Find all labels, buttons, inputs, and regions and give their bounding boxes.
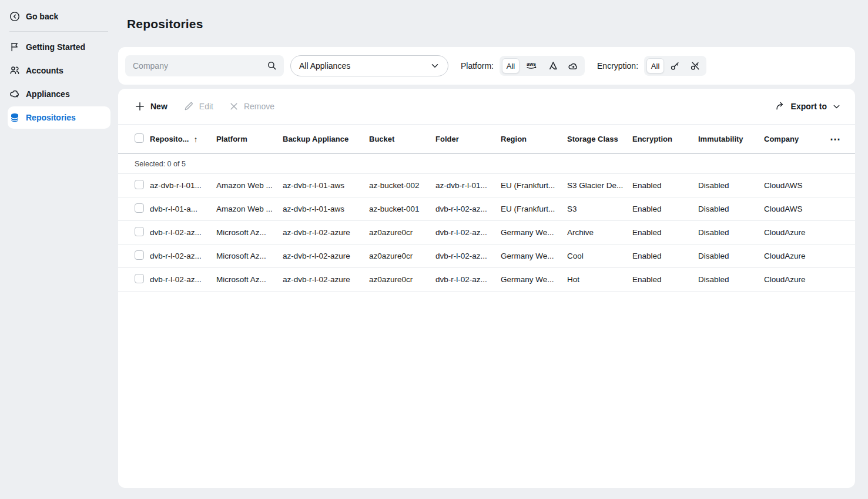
go-back-button[interactable]: Go back xyxy=(0,5,118,28)
column-header-platform[interactable]: Platform xyxy=(216,135,283,143)
cell-storage-class: Hot xyxy=(567,275,632,284)
cell-storage-class: Archive xyxy=(567,228,632,237)
sidebar-item-accounts[interactable]: Accounts xyxy=(0,59,118,82)
cell-platform: Amazon Web ... xyxy=(216,181,283,190)
cell-region: Germany We... xyxy=(501,228,567,237)
export-to-button[interactable]: Export to xyxy=(775,101,841,112)
cell-repository: dvb-r-l-01-a... xyxy=(150,205,216,213)
google-cloud-icon xyxy=(568,61,579,71)
cell-company: CloudAWS xyxy=(764,181,822,190)
aws-icon: aws xyxy=(525,61,538,71)
column-header-backup-appliance[interactable]: Backup Appliance xyxy=(283,135,369,143)
sidebar-item-label: Repositories xyxy=(26,113,76,122)
table-row[interactable]: dvb-r-l-02-az... Microsoft Az... az-dvb-… xyxy=(118,268,855,292)
encryption-option-all[interactable]: All xyxy=(646,58,664,73)
cell-bucket: az-bucket-002 xyxy=(369,181,435,190)
cell-platform: Amazon Web ... xyxy=(216,205,283,213)
remove-button[interactable]: Remove xyxy=(229,102,274,111)
cell-immutability: Disabled xyxy=(698,205,764,213)
cell-folder: dvb-r-l-02-az... xyxy=(435,205,501,213)
cell-company: CloudAWS xyxy=(764,205,822,213)
sidebar-item-repositories[interactable]: Repositories xyxy=(0,106,118,129)
sidebar-item-appliances[interactable]: Appliances xyxy=(0,82,118,106)
cell-immutability: Disabled xyxy=(698,275,764,284)
azure-icon xyxy=(548,61,558,71)
plus-icon xyxy=(135,101,145,112)
go-back-icon xyxy=(9,11,20,22)
more-columns-icon[interactable]: ⋯ xyxy=(830,133,841,146)
cell-company: CloudAzure xyxy=(764,252,822,260)
close-icon xyxy=(229,102,239,111)
table-row[interactable]: dvb-r-l-02-az... Microsoft Az... az-dvb-… xyxy=(118,245,855,268)
sidebar-item-getting-started[interactable]: Getting Started xyxy=(0,35,118,59)
cell-backup-appliance: az-dvb-r-l-02-azure xyxy=(283,275,369,284)
cell-backup-appliance: az-dvb-r-l-02-azure xyxy=(283,252,369,260)
cell-folder: dvb-r-l-02-az... xyxy=(435,275,501,284)
row-checkbox[interactable] xyxy=(135,180,144,189)
table-row[interactable]: dvb-r-l-01-a... Amazon Web ... az-dvb-r-… xyxy=(118,197,855,221)
key-icon xyxy=(670,61,681,71)
cell-immutability: Disabled xyxy=(698,252,764,260)
row-checkbox[interactable] xyxy=(135,274,144,283)
cell-repository: dvb-r-l-02-az... xyxy=(150,228,216,237)
main-content: Repositories All Appliances Platform: Al… xyxy=(118,0,868,499)
sidebar-item-label: Accounts xyxy=(26,66,63,75)
platform-segment: All aws xyxy=(500,56,585,76)
toolbar: New Edit Remove Export to xyxy=(118,89,855,125)
platform-option-azure[interactable] xyxy=(544,58,562,73)
go-back-label: Go back xyxy=(26,12,58,21)
chevron-down-icon xyxy=(832,102,841,111)
cell-region: Germany We... xyxy=(501,252,567,260)
company-search xyxy=(125,55,284,76)
column-header-folder[interactable]: Folder xyxy=(435,135,501,143)
cell-folder: az-dvb-r-l-01... xyxy=(435,181,501,190)
chevron-down-icon xyxy=(430,61,440,71)
appliances-select-value: All Appliances xyxy=(299,61,350,71)
appliances-select[interactable]: All Appliances xyxy=(290,55,448,76)
platform-filter-label: Platform: xyxy=(461,61,494,71)
select-all-checkbox[interactable] xyxy=(135,133,144,143)
cell-folder: dvb-r-l-02-az... xyxy=(435,228,501,237)
table-row[interactable]: az-dvb-r-l-01... Amazon Web ... az-dvb-r… xyxy=(118,174,855,197)
cell-immutability: Disabled xyxy=(698,228,764,237)
cell-repository: dvb-r-l-02-az... xyxy=(150,275,216,284)
column-header-immutability[interactable]: Immutability xyxy=(698,135,764,143)
page-title: Repositories xyxy=(127,17,203,31)
edit-button[interactable]: Edit xyxy=(183,101,213,112)
export-icon xyxy=(775,101,786,112)
column-header-region[interactable]: Region xyxy=(501,135,567,143)
filter-bar: All Appliances Platform: All aws xyxy=(118,47,855,85)
cell-bucket: az0azure0cr xyxy=(369,228,435,237)
column-header-repository[interactable]: Reposito... ↑ xyxy=(150,135,216,144)
sort-ascending-icon[interactable]: ↑ xyxy=(193,135,197,144)
cell-company: CloudAzure xyxy=(764,228,822,237)
cell-immutability: Disabled xyxy=(698,181,764,190)
column-header-encryption[interactable]: Encryption xyxy=(632,135,698,143)
cell-platform: Microsoft Az... xyxy=(216,252,283,260)
table-header-row: Reposito... ↑ Platform Backup Appliance … xyxy=(118,125,855,154)
company-search-input[interactable] xyxy=(125,55,284,76)
platform-option-google-cloud[interactable] xyxy=(564,58,582,73)
cell-backup-appliance: az-dvb-r-l-02-azure xyxy=(283,228,369,237)
flag-icon xyxy=(9,42,20,52)
sidebar-item-label: Getting Started xyxy=(26,42,85,52)
column-header-storage-class[interactable]: Storage Class xyxy=(567,135,632,143)
cell-platform: Microsoft Az... xyxy=(216,228,283,237)
repositories-panel: New Edit Remove Export to xyxy=(118,89,855,488)
column-header-company[interactable]: Company xyxy=(764,135,822,143)
row-checkbox[interactable] xyxy=(135,203,144,213)
key-off-icon-option[interactable] xyxy=(686,58,704,73)
row-checkbox[interactable] xyxy=(135,227,144,236)
column-header-bucket[interactable]: Bucket xyxy=(369,135,435,143)
row-checkbox[interactable] xyxy=(135,250,144,260)
cell-platform: Microsoft Az... xyxy=(216,275,283,284)
platform-option-all[interactable]: All xyxy=(502,58,520,73)
sidebar-divider xyxy=(9,31,108,32)
encryption-option-encrypted[interactable] xyxy=(666,58,684,73)
cell-repository: dvb-r-l-02-az... xyxy=(150,252,216,260)
platform-option-aws[interactable]: aws xyxy=(522,58,542,73)
table-row[interactable]: dvb-r-l-02-az... Microsoft Az... az-dvb-… xyxy=(118,221,855,245)
table-body: az-dvb-r-l-01... Amazon Web ... az-dvb-r… xyxy=(118,174,855,292)
encryption-filter-label: Encryption: xyxy=(597,61,638,71)
new-button[interactable]: New xyxy=(135,101,167,112)
